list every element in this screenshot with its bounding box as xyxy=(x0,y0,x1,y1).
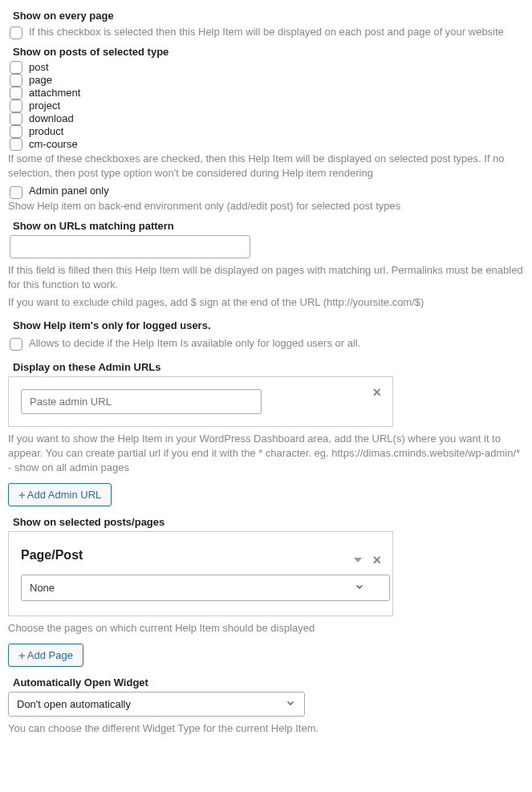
add-admin-url-label: Add Admin URL xyxy=(27,489,102,501)
admin-panel-only-desc: Show Help item on back-end environment o… xyxy=(8,199,524,213)
post-type-label: cm-course xyxy=(29,138,78,151)
url-pattern-input[interactable] xyxy=(10,235,250,258)
post-type-label: page xyxy=(29,74,52,87)
url-pattern-title: Show on URLs matching pattern xyxy=(8,220,524,232)
auto-open-select-value: Don't open automatically xyxy=(17,698,131,710)
post-type-checkbox[interactable] xyxy=(10,74,22,87)
url-pattern-desc2: If you want to exclude child pages, add … xyxy=(8,295,524,310)
show-every-page-title: Show on every page xyxy=(8,10,524,22)
logged-users-title: Show Help item's only for logged users. xyxy=(8,319,524,331)
page-post-select-value: None xyxy=(30,582,55,594)
auto-open-title: Automatically Open Widget xyxy=(8,676,524,688)
plus-icon: + xyxy=(18,488,26,502)
add-page-label: Add Page xyxy=(27,649,73,661)
post-type-checkbox[interactable] xyxy=(10,100,22,112)
selected-posts-title: Show on selected posts/pages xyxy=(8,516,524,528)
auto-open-desc: You can choose the different Widget Type… xyxy=(8,721,524,736)
post-type-checkbox[interactable] xyxy=(10,138,22,151)
post-type-label: project xyxy=(29,100,60,112)
admin-panel-only-checkbox[interactable] xyxy=(10,186,22,199)
chevron-down-icon xyxy=(285,697,296,711)
admin-panel-only-label: Admin panel only xyxy=(29,185,109,197)
admin-urls-title: Display on these Admin URLs xyxy=(8,361,524,373)
add-page-button[interactable]: + Add Page xyxy=(8,644,83,667)
post-types-desc: If some of these checkboxes are checked,… xyxy=(8,152,524,181)
url-pattern-desc1: If this field is filled then this Help I… xyxy=(8,263,524,292)
post-type-checkbox[interactable] xyxy=(10,61,22,74)
logged-users-checkbox[interactable] xyxy=(10,338,22,351)
chevron-down-icon xyxy=(354,581,365,595)
add-admin-url-button[interactable]: + Add Admin URL xyxy=(8,483,112,506)
page-post-select[interactable]: None xyxy=(21,575,390,601)
caret-down-icon[interactable] xyxy=(354,554,362,567)
post-type-label: product xyxy=(29,125,63,138)
post-type-checkbox[interactable] xyxy=(10,112,22,125)
post-type-label: post xyxy=(29,61,49,74)
admin-url-box: × xyxy=(8,376,393,427)
close-icon[interactable]: × xyxy=(372,553,381,567)
post-types-title: Show on posts of selected type xyxy=(8,46,524,58)
admin-urls-desc: If you want to show the Help Item in you… xyxy=(8,432,524,476)
post-types-list: post page attachment project download pr… xyxy=(8,61,524,151)
selected-posts-desc: Choose the pages on which current Help I… xyxy=(8,621,524,636)
post-type-checkbox[interactable] xyxy=(10,87,22,100)
auto-open-select[interactable]: Don't open automatically xyxy=(8,692,305,717)
page-post-box-title: Page/Post xyxy=(21,548,380,563)
post-type-label: attachment xyxy=(29,87,80,100)
post-type-label: download xyxy=(29,112,74,125)
page-post-box: × Page/Post None xyxy=(8,531,393,616)
post-type-checkbox[interactable] xyxy=(10,125,22,138)
show-every-page-checkbox[interactable] xyxy=(10,26,22,39)
svg-marker-0 xyxy=(354,558,362,563)
logged-users-desc: Allows to decide if the Help Item Is ava… xyxy=(29,336,360,351)
show-every-page-desc: If this checkbox is selected then this H… xyxy=(29,25,504,39)
admin-url-input[interactable] xyxy=(21,389,262,414)
close-icon[interactable]: × xyxy=(372,385,381,400)
plus-icon: + xyxy=(18,648,26,662)
